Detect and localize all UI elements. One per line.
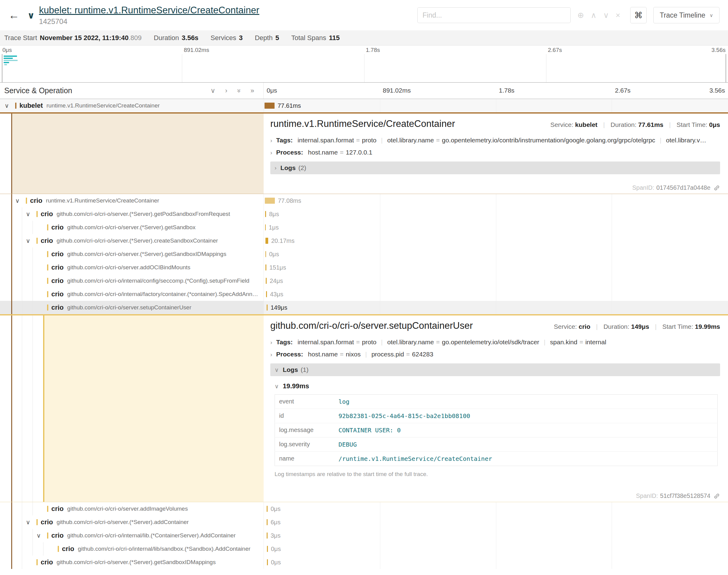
span-name-cell[interactable]: crio github.com/cri-o/cri-o/internal/con…	[0, 274, 264, 288]
focus-result-icon[interactable]: ⊕	[577, 11, 584, 20]
span-row[interactable]: ∨ crio github.com/cri-o/cri-o/server.(*S…	[0, 234, 728, 247]
span-duration: 3μs	[271, 529, 280, 542]
operation-name: github.com/cri-o/cri-o/server.(*Server).…	[57, 211, 233, 217]
tags-row[interactable]: › Tags: internal.span.format=proto | ote…	[270, 137, 720, 144]
minimap-span	[4, 58, 13, 59]
span-name-cell[interactable]: crio github.com/cri-o/cri-o/server.(*Ser…	[0, 555, 264, 569]
collapse-children-icon[interactable]: ∨	[36, 532, 47, 539]
copy-link-icon[interactable]	[714, 184, 720, 191]
span-timeline-cell[interactable]: 77.08ms	[264, 194, 728, 207]
span-name-cell[interactable]: ∨ crio runtime.v1.RuntimeService/CreateC…	[0, 194, 264, 207]
span-name-cell[interactable]: ∨ crio github.com/cri-o/cri-o/server.(*S…	[0, 515, 264, 529]
collapse-children-icon[interactable]: ∨	[26, 210, 36, 218]
log-entry-toggle[interactable]: ∨ 19.99ms	[274, 382, 720, 390]
prev-result-icon[interactable]: ∧	[591, 11, 596, 20]
collapse-all-icon[interactable]: »	[235, 89, 243, 92]
span-row[interactable]: crio github.com/cri-o/cri-o/server.setup…	[0, 301, 728, 314]
span-timeline-cell[interactable]: 3μs	[264, 529, 728, 542]
span-row[interactable]: crio github.com/cri-o/cri-o/internal/fac…	[0, 288, 728, 301]
span-row[interactable]: ∨ kubelet runtime.v1.RuntimeService/Crea…	[0, 99, 728, 112]
span-row[interactable]: crio github.com/cri-o/cri-o/internal/con…	[0, 274, 728, 288]
span-name-cell[interactable]: crio github.com/cri-o/cri-o/server.setup…	[0, 301, 264, 314]
tags-row[interactable]: › Tags: internal.span.format=proto | ote…	[270, 339, 720, 346]
collapse-children-icon[interactable]: ∨	[15, 197, 26, 204]
span-row[interactable]: ∨ crio github.com/cri-o/cri-o/internal/l…	[0, 529, 728, 542]
span-timeline-cell[interactable]: 8μs	[264, 207, 728, 221]
span-row[interactable]: crio github.com/cri-o/cri-o/server.(*Ser…	[0, 247, 728, 261]
logs-toggle[interactable]: ∨ Logs (1)	[270, 363, 720, 376]
span-name-cell[interactable]: crio github.com/cri-o/cri-o/server.(*Ser…	[0, 221, 264, 234]
span-bar[interactable]	[266, 291, 267, 297]
span-name-cell[interactable]: crio github.com/cri-o/cri-o/server.addIm…	[0, 502, 264, 515]
copy-link-icon[interactable]	[714, 493, 720, 499]
span-bar[interactable]	[266, 278, 267, 284]
span-timeline-cell[interactable]: 20.17ms	[264, 234, 728, 247]
span-row[interactable]: ∨ crio github.com/cri-o/cri-o/server.(*S…	[0, 207, 728, 221]
expand-one-icon[interactable]: ›	[225, 87, 227, 95]
span-detail-panel: runtime.v1.RuntimeService/CreateContaine…	[0, 112, 728, 194]
span-name-cell[interactable]: ∨ crio github.com/cri-o/cri-o/internal/l…	[0, 529, 264, 542]
logs-toggle[interactable]: › Logs (2)	[270, 162, 720, 174]
span-timeline-cell[interactable]: 6μs	[264, 515, 728, 529]
span-name-cell[interactable]: ∨ crio github.com/cri-o/cri-o/server.(*S…	[0, 234, 264, 247]
view-selector-button[interactable]: Trace Timeline ∨	[653, 7, 720, 23]
span-name-cell[interactable]: crio github.com/cri-o/cri-o/internal/lib…	[0, 542, 264, 555]
span-row[interactable]: crio github.com/cri-o/cri-o/server.(*Ser…	[0, 555, 728, 569]
trace-title-link[interactable]: kubelet: runtime.v1.RuntimeService/Creat…	[39, 5, 259, 15]
span-timeline-cell[interactable]: 0μs	[264, 247, 728, 261]
next-result-icon[interactable]: ∨	[603, 11, 609, 20]
span-bar[interactable]	[265, 264, 266, 270]
span-timeline-cell[interactable]: 0μs	[264, 555, 728, 569]
span-name-cell[interactable]: crio github.com/cri-o/cri-o/server.(*Ser…	[0, 247, 264, 261]
span-row[interactable]: ∨ crio github.com/cri-o/cri-o/server.(*S…	[0, 515, 728, 529]
span-row[interactable]: crio github.com/cri-o/cri-o/internal/lib…	[0, 542, 728, 555]
span-name-cell[interactable]: crio github.com/cri-o/cri-o/internal/fac…	[0, 288, 264, 301]
span-timeline-cell[interactable]: 1μs	[264, 221, 728, 234]
span-bar[interactable]	[265, 251, 266, 257]
minimap-right-handle[interactable]	[726, 54, 726, 82]
minimap-left-handle[interactable]	[2, 54, 2, 82]
back-arrow-icon[interactable]: ←	[8, 9, 20, 22]
span-bar[interactable]	[267, 506, 268, 512]
span-row[interactable]: crio github.com/cri-o/cri-o/server.(*Ser…	[0, 221, 728, 234]
span-row[interactable]: ∨ crio runtime.v1.RuntimeService/CreateC…	[0, 194, 728, 207]
span-bar[interactable]	[267, 559, 268, 565]
collapse-children-icon[interactable]: ∨	[26, 237, 36, 244]
collapse-one-icon[interactable]: ∨	[210, 87, 215, 95]
span-bar[interactable]	[267, 519, 268, 525]
clear-search-icon[interactable]: ×	[616, 11, 620, 20]
find-input[interactable]	[417, 7, 571, 23]
trace-services: Services3	[210, 34, 243, 42]
span-timeline-cell[interactable]: 149μs	[264, 301, 728, 314]
chevron-down-icon: ∨	[274, 366, 279, 373]
span-bar[interactable]	[265, 103, 274, 109]
keyboard-shortcuts-button[interactable]: ⌘	[630, 7, 647, 23]
operation-name: github.com/cri-o/cri-o/internal/config/s…	[67, 277, 253, 284]
span-row[interactable]: crio github.com/cri-o/cri-o/server.addOC…	[0, 261, 728, 274]
span-bar[interactable]	[265, 224, 266, 230]
span-timeline-cell[interactable]: 151μs	[264, 261, 728, 274]
process-row[interactable]: › Process: host.name=nixos | process.pid…	[270, 351, 720, 358]
collapse-children-icon[interactable]: ∨	[5, 102, 15, 109]
span-timeline-cell[interactable]: 77.61ms	[264, 99, 728, 112]
span-bar[interactable]	[267, 305, 268, 311]
span-name-cell[interactable]: crio github.com/cri-o/cri-o/server.addOC…	[0, 261, 264, 274]
expand-all-icon[interactable]: »	[251, 87, 254, 95]
span-bar[interactable]	[265, 211, 266, 217]
span-timeline-cell[interactable]: 24μs	[264, 274, 728, 288]
collapse-header-chevron-icon[interactable]: ∨	[27, 10, 35, 21]
process-row[interactable]: › Process: host.name=127.0.0.1	[270, 149, 720, 156]
span-bar[interactable]	[265, 198, 275, 204]
span-timeline-cell[interactable]: 0μs	[264, 542, 728, 555]
span-bar[interactable]	[267, 546, 268, 552]
span-timeline-cell[interactable]: 0μs	[264, 502, 728, 515]
span-row[interactable]: crio github.com/cri-o/cri-o/server.addIm…	[0, 502, 728, 515]
span-timeline-cell[interactable]: 43μs	[264, 288, 728, 301]
collapse-children-icon[interactable]: ∨	[26, 518, 36, 526]
timeline-minimap[interactable]: 0μs891.02ms1.78s2.67s3.56s	[0, 45, 728, 82]
span-name-cell[interactable]: ∨ crio github.com/cri-o/cri-o/server.(*S…	[0, 207, 264, 221]
minimap-canvas[interactable]	[0, 54, 728, 82]
span-bar[interactable]	[265, 238, 268, 244]
span-bar[interactable]	[267, 533, 268, 539]
span-name-cell[interactable]: ∨ kubelet runtime.v1.RuntimeService/Crea…	[0, 99, 264, 112]
